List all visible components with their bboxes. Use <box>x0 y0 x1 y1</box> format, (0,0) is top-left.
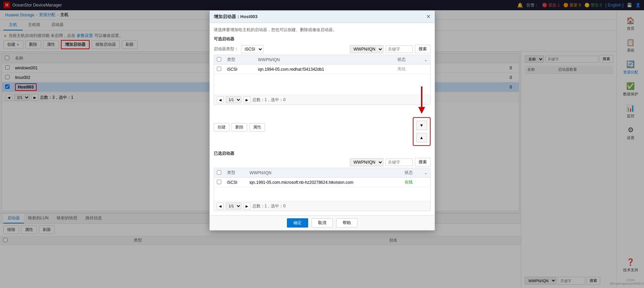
available-table-body: iSCSI iqn.1994-05.com.redhat:f341342db1 … <box>214 65 430 74</box>
sel-th-type: 类型 <box>224 168 247 178</box>
svg-marker-1 <box>418 107 425 114</box>
avail-page-first[interactable]: ◀ <box>217 96 224 103</box>
available-table: 类型 WWPN/IQN 状态 ⌄ iSCSI iqn.1994-05.com.r… <box>214 55 430 74</box>
avail-row-status: 离线 <box>395 65 421 74</box>
selected-section: 已选启动器 WWPN/IQN 搜索 类型 <box>214 151 431 211</box>
move-down-btn[interactable]: ▼ <box>416 121 427 130</box>
avail-total: 总数：1，选中：0 <box>252 97 286 103</box>
available-wwpn-select[interactable]: WWPN/IQN <box>350 45 383 53</box>
avail-row-checkbox[interactable] <box>217 67 221 71</box>
sel-total: 总数：1，选中：0 <box>252 203 286 209</box>
modal-cancel-btn[interactable]: 取消 <box>312 218 333 228</box>
available-table-spacer <box>214 74 430 95</box>
avail-row-expand <box>421 65 430 74</box>
modal-body: 请选择要增加给主机的启动器，您也可以创建、删除或修改启动器。 可选启动器 启动器… <box>210 23 435 215</box>
sel-row-expand <box>421 178 430 187</box>
avail-th-checkbox <box>214 55 224 65</box>
sel-row-checkbox-cell <box>214 178 224 187</box>
initiator-type-select[interactable]: iSCSI <box>241 45 263 53</box>
sel-select-all[interactable] <box>217 170 221 175</box>
create-initiator-btn[interactable]: 创建 <box>214 123 229 132</box>
avail-row-checkbox-cell <box>214 65 224 74</box>
sel-th-checkbox <box>214 168 224 178</box>
selected-wwpn-select[interactable]: WWPN/IQN <box>350 158 383 166</box>
modal-header: 增加启动器：Host003 ✕ <box>210 11 435 23</box>
avail-row-type: iSCSI <box>224 65 255 74</box>
transfer-buttons: ▼ ▲ <box>413 117 431 146</box>
modal-footer: 确定 取消 帮助 <box>210 215 435 230</box>
transfer-arrow-svg <box>411 86 432 121</box>
available-table-wrap: 类型 WWPN/IQN 状态 ⌄ iSCSI iqn.1994-05.com.r… <box>214 55 431 105</box>
sel-table-row[interactable]: iSCSI iqn.1991-05.com.microsoft:nb-hz202… <box>214 178 430 187</box>
selected-table: 类型 WWPN/IQN 状态 ⌄ iSCSI iqn.1991-05.com.m… <box>214 168 430 187</box>
selected-search-btn[interactable]: 搜索 <box>415 158 431 166</box>
selected-search-row: WWPN/IQN 搜索 <box>214 158 431 166</box>
available-label: 可选启动器 <box>214 36 431 42</box>
modal-overlay: 增加启动器：Host003 ✕ 请选择要增加给主机的启动器，您也可以创建、删除或… <box>0 0 644 288</box>
delete-initiator-btn[interactable]: 删除 <box>232 123 247 132</box>
sel-row-type: iSCSI <box>224 178 247 187</box>
modal-title: 增加启动器：Host003 <box>214 14 258 20</box>
avail-table-row[interactable]: iSCSI iqn.1994-05.com.redhat:f341342db1 … <box>214 65 430 74</box>
sel-row-checkbox[interactable] <box>217 180 221 184</box>
available-pagination: ◀ 1/1 ▶ 总数：1，选中：0 <box>214 95 430 105</box>
available-search-btn[interactable]: 搜索 <box>415 45 431 53</box>
selected-table-wrap: 类型 WWPN/IQN 状态 ⌄ iSCSI iqn.1991-05.com.m… <box>214 168 431 211</box>
avail-row-wwpn: iqn.1994-05.com.redhat:f341342db1 <box>255 65 394 74</box>
modal-help-btn[interactable]: 帮助 <box>336 218 357 228</box>
sel-row-status: 在线 <box>402 178 421 187</box>
avail-page-select[interactable]: 1/1 <box>226 96 241 103</box>
selected-keyword-input[interactable] <box>385 159 413 166</box>
properties-initiator-btn[interactable]: 属性 <box>249 123 265 132</box>
crud-and-arrows: 创建 删除 属性 ▼ ▲ <box>214 107 431 147</box>
avail-select-all[interactable] <box>217 57 221 61</box>
sel-row-wwpn: iqn.1991-05.com.microsoft:nb-hz20278624.… <box>247 178 402 187</box>
modal-confirm-btn[interactable]: 确定 <box>287 218 308 228</box>
avail-page-last[interactable]: ▶ <box>244 96 250 103</box>
avail-th-type: 类型 <box>224 55 255 65</box>
sel-th-status: 状态 <box>402 168 421 178</box>
selected-table-header: 类型 WWPN/IQN 状态 ⌄ <box>214 168 430 178</box>
modal-close-button[interactable]: ✕ <box>426 13 431 20</box>
selected-pagination: ◀ 1/1 ▶ 总数：1，选中：0 <box>214 201 430 211</box>
modal-description: 请选择要增加给主机的启动器，您也可以创建、删除或修改启动器。 <box>214 27 431 33</box>
selected-label: 已选启动器 <box>214 151 431 156</box>
transfer-arrows-container: ▼ ▲ <box>413 107 431 147</box>
initiator-type-row: 启动器类型： iSCSI WWPN/IQN 搜索 <box>214 43 431 55</box>
initiator-type-label: 启动器类型： <box>214 46 238 52</box>
move-up-btn[interactable]: ▲ <box>416 133 427 142</box>
sel-page-first[interactable]: ◀ <box>217 203 224 209</box>
avail-th-wwpn: WWPN/IQN <box>255 55 394 65</box>
available-search-controls: WWPN/IQN 搜索 <box>350 45 431 53</box>
available-section: 可选启动器 启动器类型： iSCSI WWPN/IQN 搜索 <box>214 36 431 147</box>
sel-th-expand: ⌄ <box>421 168 430 178</box>
add-initiator-modal: 增加启动器：Host003 ✕ 请选择要增加给主机的启动器，您也可以创建、删除或… <box>209 10 435 231</box>
sel-page-select[interactable]: 1/1 <box>226 203 241 209</box>
selected-table-body: iSCSI iqn.1991-05.com.microsoft:nb-hz202… <box>214 178 430 187</box>
available-keyword-input[interactable] <box>385 45 413 53</box>
crud-buttons: 创建 删除 属性 <box>214 123 265 132</box>
avail-th-expand: ⌄ <box>421 55 430 65</box>
selected-table-spacer <box>214 187 430 201</box>
available-table-header: 类型 WWPN/IQN 状态 ⌄ <box>214 55 430 65</box>
avail-th-status: 状态 <box>395 55 421 65</box>
sel-th-wwpn: WWPN/IQN <box>247 168 402 178</box>
sel-page-last[interactable]: ▶ <box>244 203 250 209</box>
